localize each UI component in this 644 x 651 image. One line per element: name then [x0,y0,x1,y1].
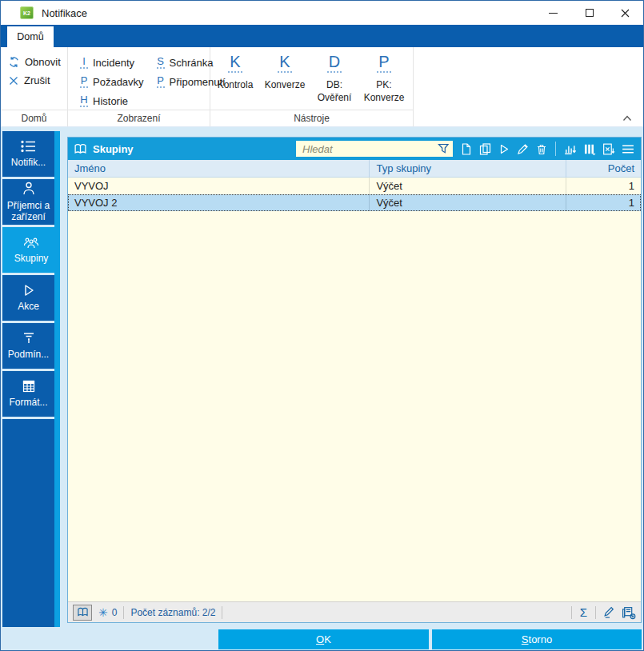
pk-conversion-letter-icon: P [377,51,390,73]
requests-button[interactable]: P Požadavky [80,75,144,88]
statistics-chart-icon[interactable] [563,142,577,156]
column-header-jmeno[interactable]: Jméno [68,160,370,177]
clipboard-label: Schránka [170,57,214,69]
window-controls [535,1,643,25]
db-verify-button[interactable]: D DB: Ověření [310,51,359,110]
incidents-button[interactable]: I Incidenty [80,56,144,69]
table-row[interactable]: VYVOJ Výčet 1 [68,178,641,194]
sidebar-accent-rail [54,131,60,627]
close-button[interactable] [607,1,643,25]
cell-jmeno: VYVOJ 2 [68,194,370,211]
filter-funnel-icon[interactable] [438,143,450,154]
minimize-button[interactable] [535,1,571,25]
cell-pocet: 1 [566,178,641,194]
sum-sigma-icon[interactable]: Σ [578,606,589,618]
frozen-rows-count: 0 [112,607,118,618]
people-group-icon [22,235,40,250]
maximize-button[interactable] [571,1,607,25]
edit-pencil-icon[interactable] [516,142,530,156]
ribbon: Obnovit Zrušit Domů I Incidenty [1,47,643,127]
storno-button-label: Storno [522,633,552,645]
ok-button-label: OK [316,633,331,645]
pk-conversion-button[interactable]: P PK: Konverze [359,51,409,110]
sidebar-item-podminky[interactable]: Podmín... [2,323,54,369]
refresh-icon [8,56,20,68]
table-header-row: Jméno Typ skupiny Počet [68,160,641,178]
storno-button[interactable]: Storno [432,629,642,649]
minimize-icon [549,13,558,14]
cell-typ-skupiny: Výčet [370,178,566,194]
cell-pocet: 1 [566,194,641,211]
sidebar-item-format[interactable]: Formát... [2,371,54,417]
window-title: Notifikace [42,7,87,19]
cancel-button[interactable]: Zrušit [8,74,67,86]
clipboard-letter-icon: S [157,56,165,69]
delete-trash-icon[interactable] [535,142,548,156]
search-input[interactable] [302,143,438,155]
list-icon [20,139,38,154]
sidebar-item-label: Formát... [7,397,49,409]
person-icon [21,181,37,197]
history-label: Historie [93,95,128,107]
run-icon[interactable] [498,142,510,156]
column-header-pocet[interactable]: Počet [566,160,641,177]
status-separator [595,606,596,619]
incidents-letter-icon: I [80,56,88,69]
db-verify-letter-icon: D [327,51,342,73]
conversion-button[interactable]: K Konverze [260,51,310,110]
table-row-selected[interactable]: VYVOJ 2 Výčet 1 [68,194,641,211]
requests-letter-icon: P [80,75,88,88]
tab-domu[interactable]: Domů [7,26,54,47]
check-label: Kontrola [218,78,254,91]
cancel-x-icon [8,75,19,86]
db-verify-label: DB: Ověření [310,78,358,104]
sidebar-item-notifikace[interactable]: Notifik... [2,131,54,177]
frozen-rows-icon[interactable]: ✳ [98,606,108,619]
collapse-ribbon-chevron-icon[interactable] [622,115,632,122]
grid-icon [22,379,36,393]
sidebar-item-akce[interactable]: Akce [2,275,54,321]
excel-export-icon[interactable] [602,142,615,156]
refresh-button[interactable]: Obnovit [8,56,67,68]
ribbon-group-zobrazeni: I Incidenty P Požadavky H Historie S [68,47,210,126]
filter-icon [22,331,36,345]
record-count-label: Počet záznamů: 2/2 [130,607,215,618]
book-icon [74,143,87,155]
app-logo-icon: K2 [20,6,34,19]
edit-pencil-icon[interactable] [602,605,616,619]
column-header-typ-skupiny[interactable]: Typ skupiny [370,160,566,177]
add-sheet-icon[interactable] [622,605,636,620]
pk-conversion-label: PK: Konverze [360,78,408,104]
groups-panel: Skupiny [67,137,642,623]
panel-title: Skupiny [93,143,134,155]
sidebar-item-prijemci[interactable]: Příjemci a zařízení [2,179,54,225]
sidebar-item-skupiny[interactable]: Skupiny [2,227,60,273]
close-icon [621,9,630,18]
app-window: K2 Notifikace Domů [0,0,644,651]
book-view-toggle[interactable] [73,605,92,621]
ribbon-group-domu: Obnovit Zrušit Domů [1,47,68,126]
refresh-label: Obnovit [25,56,61,68]
history-button[interactable]: H Historie [80,94,144,107]
sidebar: Notifik... Příjemci a zařízení Skupi [2,131,60,627]
status-bar: ✳ 0 Počet záznamů: 2/2 Σ [68,601,641,622]
maximize-icon [586,9,594,17]
status-right-tools: Σ [565,605,636,620]
check-letter-icon: K [228,51,242,73]
check-button[interactable]: K Kontrola [210,51,260,110]
sidebar-item-label: Akce [16,302,41,313]
status-separator [222,606,222,619]
copy-record-icon[interactable] [478,142,492,156]
new-record-icon[interactable] [460,142,473,156]
search-box [296,141,453,157]
ok-button[interactable]: OK [218,629,429,649]
ribbon-tab-band: Domů [1,25,643,47]
title-bar: K2 Notifikace [1,1,643,25]
sidebar-item-label: Notifik... [10,158,47,169]
cell-jmeno: VYVOJ [68,178,370,194]
sidebar-item-label: Skupiny [13,254,50,265]
menu-icon[interactable] [621,142,635,156]
columns-icon[interactable] [582,142,596,156]
sidebar-item-label: Podmín... [6,349,50,361]
ribbon-group-label: Nástroje [210,110,413,126]
